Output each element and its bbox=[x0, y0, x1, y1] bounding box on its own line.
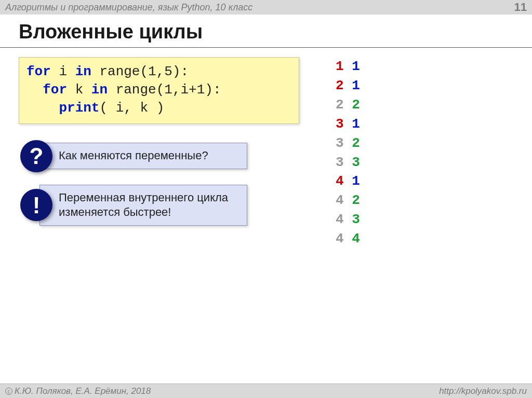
output-i: 2 bbox=[336, 78, 344, 93]
code-block: for i in range(1,5): for k in range(1,i+… bbox=[19, 57, 299, 124]
exclaim-badge-icon: ! bbox=[20, 189, 52, 221]
code-keyword: for bbox=[26, 64, 51, 79]
code-text: k bbox=[67, 82, 91, 98]
output-k: 1 bbox=[352, 78, 360, 93]
output-row: 3 2 bbox=[336, 134, 360, 153]
question-text: Как меняются переменные? bbox=[59, 149, 208, 162]
footer-authors-text: К.Ю. Поляков, Е.А. Ерёмин, 2018 bbox=[15, 386, 151, 396]
output-row: 4 1 bbox=[336, 172, 360, 191]
output-row: 4 2 bbox=[336, 191, 360, 210]
output-i: 4 bbox=[336, 212, 344, 227]
output-i: 3 bbox=[336, 116, 344, 132]
output-row: 4 4 bbox=[336, 229, 360, 249]
output-i: 4 bbox=[336, 193, 344, 208]
output-row: 4 3 bbox=[336, 210, 360, 229]
output-row: 3 1 bbox=[336, 115, 360, 134]
exclaim-callout: ! Переменная внутреннего цикла изменяетс… bbox=[39, 185, 247, 226]
code-keyword: in bbox=[75, 64, 91, 79]
output-k: 4 bbox=[352, 231, 360, 246]
output-k: 2 bbox=[352, 97, 360, 113]
code-function: print bbox=[59, 100, 99, 116]
footer-url: http://kpolyakov.spb.ru bbox=[439, 386, 527, 396]
output-k: 2 bbox=[352, 193, 360, 208]
page-title: Вложенные циклы bbox=[0, 15, 532, 47]
code-indent bbox=[26, 82, 43, 98]
program-output: 1 12 12 23 13 23 34 14 24 34 4 bbox=[325, 57, 360, 249]
footer-authors: c К.Ю. Поляков, Е.А. Ерёмин, 2018 bbox=[5, 386, 151, 396]
page-number: 11 bbox=[514, 1, 527, 14]
output-i: 2 bbox=[336, 97, 344, 113]
output-k: 1 bbox=[352, 59, 360, 74]
footer-bar: c К.Ю. Поляков, Е.А. Ерёмин, 2018 http:/… bbox=[0, 383, 532, 398]
code-indent bbox=[26, 100, 59, 116]
header-bar: Алгоритмы и программирование, язык Pytho… bbox=[0, 0, 532, 15]
output-i: 3 bbox=[336, 155, 344, 170]
question-badge-icon: ? bbox=[20, 140, 52, 172]
code-text: range(1,5): bbox=[91, 64, 189, 79]
output-i: 4 bbox=[336, 231, 344, 246]
left-column: for i in range(1,5): for k in range(1,i+… bbox=[19, 57, 299, 249]
output-k: 3 bbox=[352, 155, 360, 170]
title-divider bbox=[0, 47, 532, 48]
code-text: ( i, k ) bbox=[99, 100, 164, 116]
output-i: 1 bbox=[336, 59, 344, 74]
code-keyword: for bbox=[43, 82, 67, 98]
breadcrumb: Алгоритмы и программирование, язык Pytho… bbox=[5, 2, 252, 13]
output-i: 3 bbox=[336, 135, 344, 151]
output-k: 1 bbox=[352, 173, 360, 189]
copyright-icon: c bbox=[5, 388, 12, 395]
code-keyword: in bbox=[91, 82, 108, 98]
content-area: for i in range(1,5): for k in range(1,i+… bbox=[0, 57, 532, 249]
output-row: 3 3 bbox=[336, 153, 360, 172]
code-text: i bbox=[51, 64, 75, 79]
output-row: 1 1 bbox=[336, 57, 360, 76]
exclaim-text: Переменная внутреннего цикла изменяется … bbox=[59, 191, 228, 219]
code-text: range(1,i+1): bbox=[108, 82, 221, 98]
output-k: 1 bbox=[352, 116, 360, 132]
output-row: 2 2 bbox=[336, 95, 360, 115]
output-k: 3 bbox=[352, 212, 360, 227]
output-k: 2 bbox=[352, 135, 360, 151]
output-i: 4 bbox=[336, 173, 344, 189]
question-callout: ? Как меняются переменные? bbox=[39, 143, 247, 169]
output-row: 2 1 bbox=[336, 76, 360, 95]
